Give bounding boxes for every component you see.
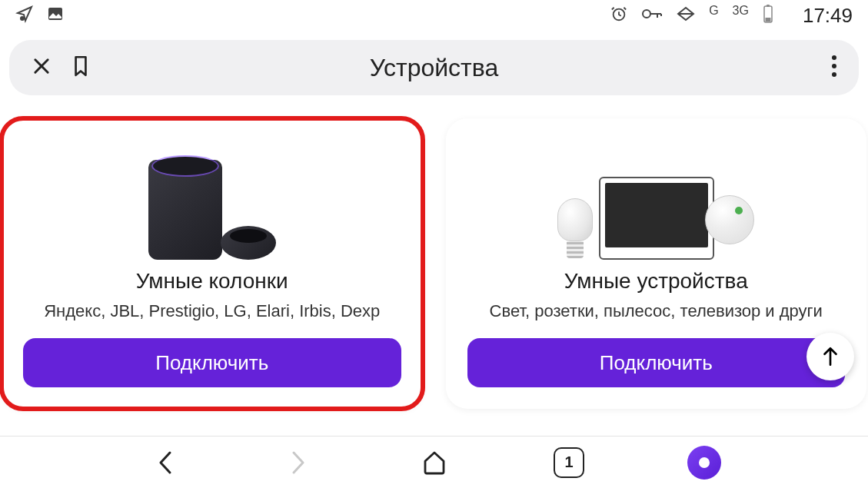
tabs-count: 1 (554, 447, 584, 478)
svg-point-3 (643, 10, 650, 18)
wifi-icon (677, 5, 695, 26)
status-bar: G 3G 17:49 (0, 0, 868, 31)
svg-rect-6 (765, 18, 770, 22)
cards-container: Умные колонки Яндекс, JBL, Prestigio, LG… (0, 95, 868, 409)
svg-point-8 (832, 64, 836, 68)
alice-icon (687, 446, 721, 480)
card-smart-devices[interactable]: Умные устройства Свет, розетки, пылесос,… (446, 118, 867, 409)
clock-time: 17:49 (803, 4, 853, 28)
card-title: Умные устройства (564, 269, 748, 294)
nav-back-button[interactable] (148, 446, 181, 480)
card-smart-speakers[interactable]: Умные колонки Яндекс, JBL, Prestigio, LG… (2, 118, 423, 409)
signal-g-label: G (709, 4, 718, 18)
scroll-top-button[interactable] (806, 333, 854, 380)
alarm-icon (610, 5, 627, 26)
browser-header: Устройства (9, 40, 859, 95)
close-icon[interactable] (31, 55, 52, 80)
devices-illustration (467, 137, 846, 260)
svg-point-9 (832, 72, 836, 77)
nav-forward-button[interactable] (282, 446, 316, 480)
speakers-illustration (23, 137, 401, 260)
card-subtitle: Свет, розетки, пылесос, телевизор и друг… (490, 301, 823, 321)
card-title: Умные колонки (136, 269, 288, 294)
bookmark-icon[interactable] (71, 55, 91, 81)
location-icon (15, 5, 34, 26)
connect-button[interactable]: Подключить (23, 338, 401, 387)
gallery-icon (46, 5, 65, 26)
nav-home-button[interactable] (417, 446, 451, 480)
more-icon[interactable] (831, 55, 837, 81)
nav-alice-button[interactable] (687, 446, 721, 480)
svg-rect-5 (767, 5, 770, 7)
bottom-nav: 1 (0, 436, 868, 488)
vpn-key-icon (641, 5, 663, 26)
card-subtitle: Яндекс, JBL, Prestigio, LG, Elari, Irbis… (44, 301, 380, 321)
battery-icon (763, 4, 773, 28)
page-title: Устройства (370, 54, 498, 82)
svg-point-7 (832, 55, 836, 60)
svg-point-0 (20, 16, 25, 21)
connect-button[interactable]: Подключить (467, 338, 846, 387)
signal-3g-label: 3G (733, 4, 749, 18)
nav-tabs-button[interactable]: 1 (552, 446, 586, 480)
